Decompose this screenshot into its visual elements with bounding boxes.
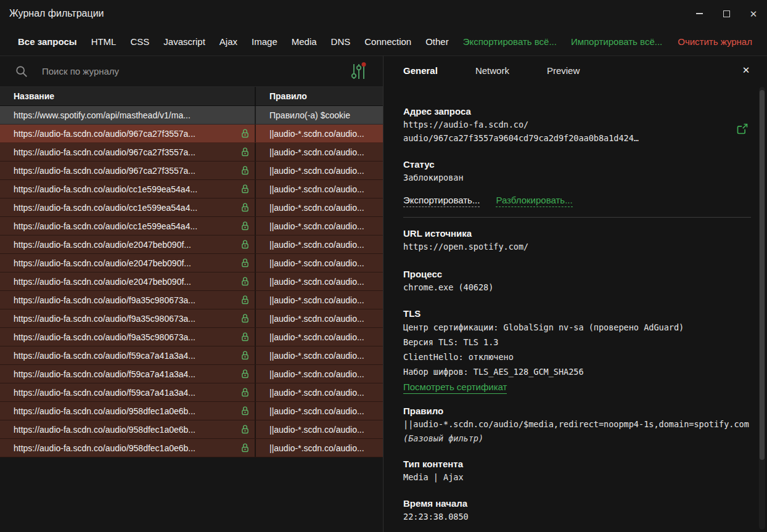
- request-url: https://audio-fa.scdn.co/audio/967ca27f3…: [14, 129, 235, 139]
- table-row[interactable]: https://audio-fa.scdn.co/audio/958dfec1a…: [0, 420, 383, 439]
- table-row[interactable]: https://audio-fa.scdn.co/audio/967ca27f3…: [0, 143, 383, 162]
- section-divider: [403, 217, 751, 218]
- request-url: https://audio-fa.scdn.co/audio/e2047beb0…: [14, 277, 235, 287]
- maximize-button[interactable]: [713, 0, 740, 27]
- tab-css[interactable]: CSS: [130, 36, 149, 47]
- minimize-button[interactable]: [686, 0, 713, 27]
- tls-clienthello: ClientHello: отключено: [403, 350, 751, 364]
- export-link[interactable]: Экспортировать...: [403, 194, 480, 207]
- lock-icon: [240, 147, 250, 157]
- request-url: https://audio-fa.scdn.co/audio/f9a35c980…: [14, 332, 235, 342]
- tab-all-requests[interactable]: Все запросы: [18, 36, 77, 47]
- table-row[interactable]: https://audio-fa.scdn.co/audio/cc1e599ea…: [0, 180, 383, 198]
- table-row[interactable]: https://audio-fa.scdn.co/audio/cc1e599ea…: [0, 198, 383, 217]
- process-label: Процесс: [403, 268, 751, 280]
- table-row[interactable]: https://audio-fa.scdn.co/audio/f59ca7a41…: [0, 346, 383, 365]
- table-row[interactable]: https://audio-fa.scdn.co/audio/f9a35c980…: [0, 291, 383, 309]
- request-rule: ||audio-*.scdn.co/audio...: [255, 198, 383, 216]
- request-url: https://audio-fa.scdn.co/audio/958dfec1a…: [14, 443, 235, 453]
- request-url: https://audio-fa.scdn.co/audio/cc1e599ea…: [14, 184, 235, 194]
- tab-html[interactable]: HTML: [91, 36, 117, 47]
- filtering-log-window: Журнал фильтрации ✕ Все запросы HTML CSS…: [0, 0, 767, 532]
- source-url-section: URL источника https://open.spotify.com/: [403, 227, 751, 253]
- tab-ajax[interactable]: Ajax: [219, 36, 237, 47]
- lock-icon: [240, 165, 250, 176]
- table-row[interactable]: https://www.spotify.com/api/masthead/v1/…: [0, 106, 383, 125]
- tab-other[interactable]: Other: [425, 36, 449, 47]
- lock-icon: [240, 350, 250, 361]
- filter-active-badge: [362, 62, 366, 67]
- minimize-icon: [696, 13, 703, 14]
- request-rule: ||audio-*.scdn.co/audio...: [255, 272, 383, 290]
- tab-connection[interactable]: Connection: [364, 36, 411, 47]
- tls-version: Версия TLS: TLS 1.3: [403, 335, 751, 350]
- details-scrollbar-thumb[interactable]: [760, 90, 765, 460]
- request-rule: ||audio-*.scdn.co/audio...: [255, 328, 383, 346]
- table-row[interactable]: https://audio-fa.scdn.co/audio/e2047beb0…: [0, 235, 383, 254]
- tab-dns[interactable]: DNS: [331, 36, 351, 47]
- table-row[interactable]: https://audio-fa.scdn.co/audio/958dfec1a…: [0, 402, 383, 420]
- request-rule: ||audio-*.scdn.co/audio...: [255, 162, 383, 179]
- request-url: https://audio-fa.scdn.co/audio/967ca27f3…: [14, 166, 235, 176]
- request-url: https://audio-fa.scdn.co/audio/f59ca7a41…: [14, 369, 235, 379]
- filter-settings-button[interactable]: [348, 61, 369, 82]
- lock-icon: [240, 295, 250, 305]
- tab-javascript[interactable]: Javascript: [163, 36, 205, 47]
- table-row[interactable]: https://audio-fa.scdn.co/audio/f9a35c980…: [0, 328, 383, 346]
- column-header-name[interactable]: Название: [0, 91, 255, 101]
- details-tab-preview[interactable]: Preview: [547, 65, 580, 76]
- request-rule: ||audio-*.scdn.co/audio...: [255, 217, 383, 235]
- table-row[interactable]: https://audio-fa.scdn.co/audio/f59ca7a41…: [0, 383, 383, 402]
- table-row[interactable]: https://audio-fa.scdn.co/audio/958dfec1a…: [0, 439, 383, 457]
- tab-image[interactable]: Image: [252, 36, 277, 47]
- content-type-value: Media | Ajax: [403, 470, 751, 484]
- import-all-link[interactable]: Импортировать всё...: [571, 36, 662, 47]
- table-row[interactable]: https://audio-fa.scdn.co/audio/967ca27f3…: [0, 162, 383, 180]
- unblock-link[interactable]: Разблокировать...: [496, 194, 572, 207]
- view-certificate-link[interactable]: Посмотреть сертификат: [403, 381, 507, 394]
- source-url-value: https://open.spotify.com/: [403, 240, 751, 253]
- lock-icon: [240, 443, 250, 453]
- status-label: Статус: [403, 158, 751, 171]
- window-title: Журнал фильтрации: [9, 8, 104, 19]
- clear-log-link[interactable]: Очистить журнал: [678, 36, 752, 47]
- details-close-button[interactable]: ✕: [739, 63, 753, 78]
- details-tab-network[interactable]: Network: [475, 65, 509, 76]
- table-row[interactable]: https://audio-fa.scdn.co/audio/f59ca7a41…: [0, 365, 383, 383]
- table-row-selected[interactable]: https://audio-fa.scdn.co/audio/967ca27f3…: [0, 125, 383, 143]
- request-type-tabbar: Все запросы HTML CSS Javascript Ajax Ima…: [0, 27, 767, 55]
- request-rule: ||audio-*.scdn.co/audio...: [255, 125, 383, 142]
- search-input[interactable]: [42, 66, 348, 76]
- table-row[interactable]: https://audio-fa.scdn.co/audio/e2047beb0…: [0, 272, 383, 291]
- table-row[interactable]: https://audio-fa.scdn.co/audio/f9a35c980…: [0, 309, 383, 328]
- details-scrollbar-track[interactable]: [759, 87, 765, 530]
- status-value: Заблокирован: [403, 171, 751, 184]
- request-url: https://audio-fa.scdn.co/audio/cc1e599ea…: [14, 203, 235, 213]
- request-rule: Правило(-a) $cookie: [255, 106, 383, 124]
- lock-icon: [240, 258, 250, 268]
- table-row[interactable]: https://audio-fa.scdn.co/audio/e2047beb0…: [0, 254, 383, 272]
- table-row[interactable]: https://audio-fa.scdn.co/audio/cc1e599ea…: [0, 217, 383, 235]
- request-rule: ||audio-*.scdn.co/audio...: [255, 346, 383, 364]
- details-content: Адрес запроса https://audio-fa.scdn.co/ …: [384, 84, 767, 532]
- maximize-icon: [723, 10, 730, 17]
- request-url: https://audio-fa.scdn.co/audio/967ca27f3…: [14, 147, 235, 157]
- tab-media[interactable]: Media: [292, 36, 317, 47]
- close-button[interactable]: ✕: [740, 0, 767, 27]
- lock-icon: [240, 221, 250, 231]
- request-url: https://www.spotify.com/api/masthead/v1/…: [14, 110, 250, 120]
- details-tab-general[interactable]: General: [403, 65, 438, 76]
- open-in-browser-icon[interactable]: [736, 123, 749, 135]
- main-area: Название Правило https://www.spotify.com…: [0, 55, 767, 532]
- lock-icon: [240, 424, 250, 435]
- content-type-section: Тип контента Media | Ajax: [403, 458, 751, 484]
- export-all-link[interactable]: Экспортировать всё...: [463, 36, 557, 47]
- column-header-rule[interactable]: Правило: [255, 87, 383, 105]
- request-rule: ||audio-*.scdn.co/audio...: [255, 254, 383, 272]
- lock-icon: [240, 276, 250, 287]
- request-rule: ||audio-*.scdn.co/audio...: [255, 420, 383, 438]
- start-time-value: 22:23:38.0850: [403, 510, 751, 523]
- lock-icon: [240, 332, 250, 342]
- lock-icon: [240, 369, 250, 379]
- lock-icon: [240, 128, 250, 139]
